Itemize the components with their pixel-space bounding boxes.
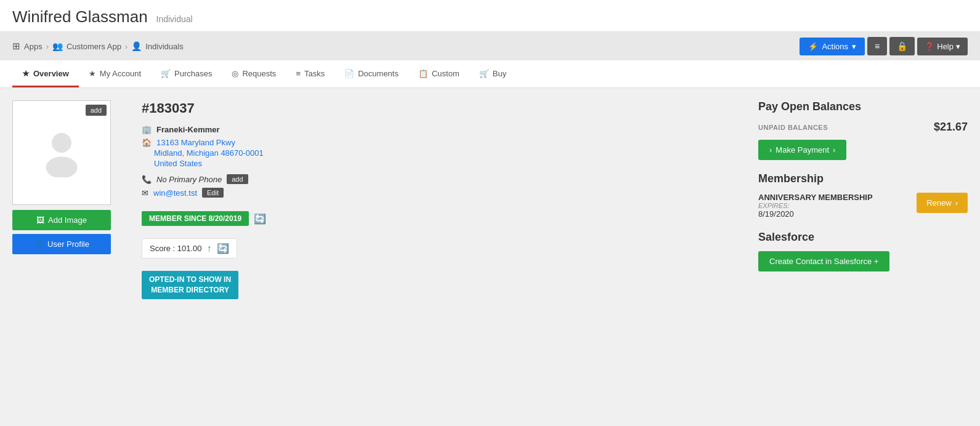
- phone-add-button[interactable]: add: [227, 174, 248, 184]
- pay-open-balances-title: Pay Open Balances: [758, 100, 968, 113]
- circle-icon: ◎: [232, 69, 238, 78]
- breadcrumb-individuals[interactable]: Individuals: [145, 42, 183, 51]
- email-link[interactable]: win@test.tst: [153, 188, 197, 198]
- svg-point-0: [52, 133, 71, 153]
- member-since-row: MEMBER SINCE 8/20/2019 🔄: [142, 205, 740, 232]
- bolt-icon: ⚡: [808, 42, 818, 51]
- company-name: Franeki-Kemmer: [156, 125, 220, 134]
- score-label: Score : 101.00: [150, 244, 202, 253]
- unpaid-amount: $21.67: [934, 121, 968, 134]
- page-header: Winifred Glassman Individual: [0, 0, 980, 32]
- membership-info: ANNIVERSARY MEMBERSHIP EXPIRES: 8/19/202…: [758, 193, 873, 219]
- star-icon: ★: [22, 69, 30, 78]
- avatar-box: add: [12, 100, 111, 205]
- phone-row: 📞 No Primary Phone add: [142, 174, 740, 184]
- opted-in-line1: OPTED-IN TO SHOW IN: [149, 275, 231, 285]
- tab-requests[interactable]: ◎ Requests: [222, 60, 286, 87]
- address-line1-link[interactable]: 13163 Maryland Pkwy: [156, 138, 235, 147]
- menu-lines-button[interactable]: ≡: [867, 37, 887, 55]
- help-chevron-icon: ▾: [956, 42, 960, 51]
- payment-icon: ›: [769, 145, 772, 155]
- score-up-icon: ↑: [207, 243, 212, 254]
- member-since-badge: MEMBER SINCE 8/20/2019: [142, 211, 249, 226]
- actions-button[interactable]: ⚡ Actions ▾: [800, 38, 865, 55]
- svg-point-1: [46, 156, 77, 177]
- actions-chevron-icon: ▾: [852, 42, 856, 51]
- membership-title: Membership: [758, 172, 968, 185]
- renew-button[interactable]: Renew ›: [917, 193, 968, 213]
- opted-in-row: OPTED-IN TO SHOW IN MEMBER DIRECTORY: [142, 271, 740, 299]
- opted-in-badge: OPTED-IN TO SHOW IN MEMBER DIRECTORY: [142, 271, 238, 299]
- tab-overview[interactable]: ★ Overview: [12, 60, 79, 87]
- user-profile-button[interactable]: 👤 User Profile: [12, 234, 111, 254]
- home-icon: 🏠: [142, 138, 152, 147]
- customer-id: #183037: [142, 100, 740, 116]
- opted-in-line2: MEMBER DIRECTORY: [149, 285, 231, 295]
- add-image-button[interactable]: 🖼 Add Image: [12, 210, 111, 230]
- score-box: Score : 101.00 ↑ 🔄: [142, 238, 237, 259]
- refresh-score-icon[interactable]: 🔄: [217, 243, 229, 254]
- salesforce-section: Salesforce Create Contact in Salesforce …: [758, 231, 968, 271]
- unpaid-balances-row: UNPAID BALANCES $21.67: [758, 121, 968, 134]
- avatar-person-icon: [37, 128, 86, 177]
- address-block: 🏠 13163 Maryland Pkwy Midland, Michigan …: [142, 138, 740, 168]
- star-icon-2: ★: [89, 69, 96, 78]
- tab-purchases[interactable]: 🛒 Purchases: [151, 60, 222, 87]
- renew-chevron-icon: ›: [955, 198, 958, 207]
- breadcrumb-actions: ⚡ Actions ▾ ≡ 🔒 ❓ Help ▾: [800, 37, 968, 55]
- address-row2: Midland, Michigan 48670-0001: [154, 148, 740, 158]
- phone-icon: 📞: [142, 175, 152, 184]
- lock-button[interactable]: 🔒: [889, 37, 915, 55]
- membership-expires-label: EXPIRES:: [758, 202, 873, 209]
- avatar-add-button[interactable]: add: [86, 105, 107, 116]
- pay-open-balances-section: Pay Open Balances UNPAID BALANCES $21.67…: [758, 100, 968, 160]
- create-contact-button[interactable]: Create Contact in Salesforce +: [758, 251, 889, 271]
- right-column: Pay Open Balances UNPAID BALANCES $21.67…: [758, 100, 968, 353]
- tab-buy[interactable]: 🛒 Buy: [469, 60, 516, 87]
- membership-row: ANNIVERSARY MEMBERSHIP EXPIRES: 8/19/202…: [758, 193, 968, 219]
- salesforce-title: Salesforce: [758, 231, 968, 244]
- breadcrumb-customers-app[interactable]: Customers App: [67, 42, 121, 51]
- help-button[interactable]: ❓ Help ▾: [917, 38, 968, 55]
- email-edit-button[interactable]: Edit: [202, 188, 224, 198]
- score-row: Score : 101.00 ↑ 🔄: [142, 238, 740, 265]
- cart-icon: 🛒: [161, 69, 171, 78]
- phone-label: No Primary Phone: [156, 175, 222, 184]
- membership-name: ANNIVERSARY MEMBERSHIP: [758, 193, 873, 202]
- membership-section: Membership ANNIVERSARY MEMBERSHIP EXPIRE…: [758, 172, 968, 219]
- address-row1: 🏠 13163 Maryland Pkwy: [142, 138, 740, 147]
- image-icon: 🖼: [36, 215, 44, 225]
- breadcrumb-person-icon: 👤: [131, 41, 142, 51]
- company-row: 🏢 Franeki-Kemmer: [142, 125, 740, 134]
- main-content: add 🖼 Add Image 👤 User Profile #183037 🏢…: [0, 88, 980, 365]
- email-icon: ✉: [142, 188, 148, 198]
- breadcrumb-customers-icon: 👥: [52, 41, 63, 51]
- make-payment-button[interactable]: › Make Payment ›: [758, 140, 846, 160]
- breadcrumb-apps[interactable]: Apps: [24, 42, 43, 51]
- tab-custom[interactable]: 📋 Custom: [408, 60, 469, 87]
- building-icon: 🏢: [142, 125, 152, 134]
- profile-icon: 👤: [34, 239, 44, 249]
- email-row: ✉ win@test.tst Edit: [142, 188, 740, 198]
- breadcrumb-grid-icon: ⊞: [12, 41, 20, 52]
- list-icon: ≡: [296, 69, 301, 78]
- tab-documents[interactable]: 📄 Documents: [334, 60, 408, 87]
- address-row3: United States: [154, 159, 740, 168]
- tab-tasks[interactable]: ≡ Tasks: [286, 60, 334, 87]
- address-city-state-link[interactable]: Midland, Michigan 48670-0001: [154, 148, 264, 158]
- left-column: add 🖼 Add Image 👤 User Profile: [12, 100, 123, 353]
- page-subtitle: Individual: [156, 14, 193, 24]
- unpaid-balances-label: UNPAID BALANCES: [758, 124, 828, 131]
- tabs-bar: ★ Overview ★ My Account 🛒 Purchases ◎ Re…: [0, 60, 980, 88]
- page-title: Winifred Glassman: [12, 7, 148, 26]
- address-country-link[interactable]: United States: [154, 159, 202, 168]
- refresh-member-icon[interactable]: 🔄: [254, 213, 266, 225]
- breadcrumb-bar: ⊞ Apps › 👥 Customers App › 👤 Individuals…: [0, 32, 980, 60]
- membership-expires-date: 8/19/2020: [758, 209, 873, 219]
- tab-my-account[interactable]: ★ My Account: [79, 60, 151, 87]
- breadcrumb-sep1: ›: [46, 42, 49, 51]
- cart-icon-2: 🛒: [479, 69, 489, 78]
- help-circle-icon: ❓: [925, 42, 934, 51]
- center-column: #183037 🏢 Franeki-Kemmer 🏠 13163 Marylan…: [136, 100, 746, 353]
- breadcrumb-sep2: ›: [125, 42, 128, 51]
